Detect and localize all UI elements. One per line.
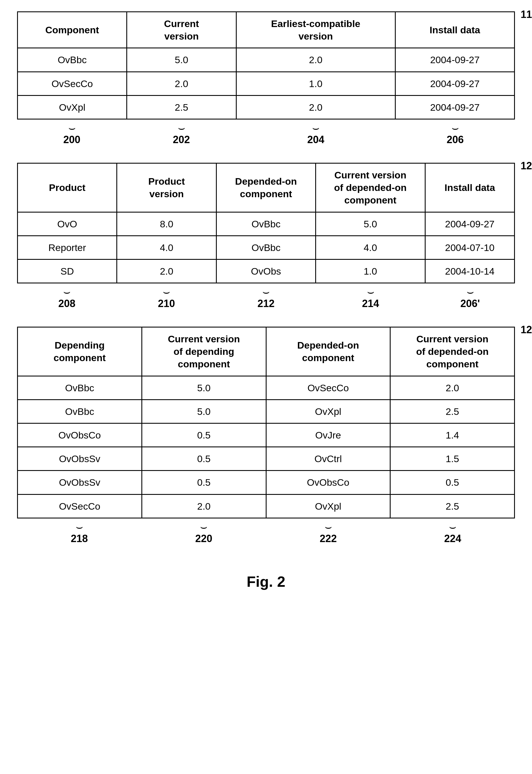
- cell-product-ver: 4.0: [117, 236, 216, 259]
- anno-212: ⌣ 212: [216, 286, 316, 310]
- cell-current-ver: 2.5: [127, 95, 236, 119]
- cell-cur-ver-depended2: 2.5: [390, 494, 515, 518]
- cell-depended-on: OvBbc: [216, 212, 316, 236]
- col-header-component: Component: [18, 12, 127, 48]
- cell-install-data: 2004-09-27: [395, 48, 514, 72]
- cell-depended-on2: OvSecCo: [266, 376, 390, 400]
- header-row-2: Product Productversion Depended-oncompon…: [18, 163, 515, 212]
- cell-install-data: 2004-09-27: [425, 212, 515, 236]
- col-header-product-version: Productversion: [117, 163, 216, 212]
- col-header-install-data: Install data: [395, 12, 514, 48]
- anno-200: ⌣ 200: [17, 122, 127, 146]
- cell-install-data: 2004-10-14: [425, 259, 515, 283]
- section-table3: 120 Dependingcomponent Current versionof…: [17, 327, 515, 545]
- table-116: Component Currentversion Earliest-compat…: [17, 11, 515, 120]
- cell-cur-ver-depended2: 2.0: [390, 376, 515, 400]
- section-table1: 116 Component Currentversion Earliest-co…: [17, 11, 515, 146]
- cell-product: Reporter: [18, 236, 117, 259]
- cell-earliest-ver: 2.0: [236, 95, 395, 119]
- table-row: OvO 8.0 OvBbc 5.0 2004-09-27: [18, 212, 515, 236]
- cell-cur-ver-depended2: 1.5: [390, 447, 515, 471]
- cell-earliest-ver: 1.0: [236, 72, 395, 95]
- annotations-row-3: ⌣ 218 ⌣ 220 ⌣ 222 ⌣ 224: [17, 521, 515, 545]
- table-row: OvSecCo 2.0 1.0 2004-09-27: [18, 72, 515, 95]
- cell-product: OvO: [18, 212, 117, 236]
- cell-current-ver: 2.0: [127, 72, 236, 95]
- cell-cur-ver-depended2: 1.4: [390, 423, 515, 447]
- anno-220: ⌣ 220: [142, 521, 266, 545]
- cell-current-ver-depended: 5.0: [316, 212, 425, 236]
- col-header-earliest-compatible: Earliest-compatibleversion: [236, 12, 395, 48]
- col-header-install-data2: Install data: [425, 163, 515, 212]
- cell-current-ver-depended: 4.0: [316, 236, 425, 259]
- table-row: OvObsSv 0.5 OvCtrl 1.5: [18, 447, 515, 471]
- cell-product: SD: [18, 259, 117, 283]
- cell-current-ver-depended: 1.0: [316, 259, 425, 283]
- table-row: OvBbc 5.0 OvSecCo 2.0: [18, 376, 515, 400]
- cell-cur-ver-depending: 0.5: [142, 471, 266, 494]
- header-row-1: Component Currentversion Earliest-compat…: [18, 12, 515, 48]
- cell-install-data: 2004-09-27: [395, 72, 514, 95]
- cell-install-data: 2004-09-27: [395, 95, 514, 119]
- col-header-product: Product: [18, 163, 117, 212]
- cell-current-ver: 5.0: [127, 48, 236, 72]
- table-row: Reporter 4.0 OvBbc 4.0 2004-07-10: [18, 236, 515, 259]
- col-header-depending-component: Dependingcomponent: [18, 327, 142, 376]
- anno-204: ⌣ 204: [236, 122, 395, 146]
- ref-116: 116: [521, 9, 532, 20]
- cell-install-data: 2004-07-10: [425, 236, 515, 259]
- table-120: Dependingcomponent Current versionof dep…: [17, 327, 515, 518]
- anno-214: ⌣ 214: [316, 286, 425, 310]
- cell-component: OvBbc: [18, 48, 127, 72]
- ref-120: 120: [521, 324, 532, 336]
- table-row: OvXpl 2.5 2.0 2004-09-27: [18, 95, 515, 119]
- table-row: OvBbc 5.0 2.0 2004-09-27: [18, 48, 515, 72]
- cell-depended-on2: OvCtrl: [266, 447, 390, 471]
- cell-depending: OvObsSv: [18, 447, 142, 471]
- cell-depended-on: OvObs: [216, 259, 316, 283]
- table-row: OvObsSv 0.5 OvObsCo 0.5: [18, 471, 515, 494]
- cell-cur-ver-depending: 5.0: [142, 376, 266, 400]
- anno-206prime: ⌣ 206': [425, 286, 515, 310]
- col-header-current-ver-depended-on2: Current versionof depended-oncomponent: [390, 327, 515, 376]
- cell-depending: OvObsSv: [18, 471, 142, 494]
- anno-206: ⌣ 206: [395, 122, 515, 146]
- table-row: OvBbc 5.0 OvXpl 2.5: [18, 400, 515, 423]
- anno-208: ⌣ 208: [17, 286, 117, 310]
- cell-depending: OvSecCo: [18, 494, 142, 518]
- cell-cur-ver-depended2: 0.5: [390, 471, 515, 494]
- cell-cur-ver-depending: 0.5: [142, 423, 266, 447]
- col-header-current-version-depended-on: Current versionof depended-oncomponent: [316, 163, 425, 212]
- annotations-row-1: ⌣ 200 ⌣ 202 ⌣ 204 ⌣ 206: [17, 122, 515, 146]
- col-header-current-version: Currentversion: [127, 12, 236, 48]
- col-header-depended-on-component: Depended-oncomponent: [216, 163, 316, 212]
- cell-product-ver: 8.0: [117, 212, 216, 236]
- table-row: OvSecCo 2.0 OvXpl 2.5: [18, 494, 515, 518]
- cell-depended-on2: OvXpl: [266, 400, 390, 423]
- cell-depended-on2: OvXpl: [266, 494, 390, 518]
- table-row: OvObsCo 0.5 OvJre 1.4: [18, 423, 515, 447]
- table-row: SD 2.0 OvObs 1.0 2004-10-14: [18, 259, 515, 283]
- table-128: Product Productversion Depended-oncompon…: [17, 163, 515, 283]
- anno-224: ⌣ 224: [391, 521, 515, 545]
- cell-depended-on2: OvJre: [266, 423, 390, 447]
- cell-earliest-ver: 2.0: [236, 48, 395, 72]
- cell-cur-ver-depending: 2.0: [142, 494, 266, 518]
- cell-component: OvSecCo: [18, 72, 127, 95]
- cell-depending: OvBbc: [18, 400, 142, 423]
- cell-cur-ver-depended2: 2.5: [390, 400, 515, 423]
- anno-210: ⌣ 210: [117, 286, 216, 310]
- cell-cur-ver-depending: 5.0: [142, 400, 266, 423]
- section-table2: 128 Product Productversion Depended-onco…: [17, 163, 515, 310]
- cell-depending: OvObsCo: [18, 423, 142, 447]
- col-header-current-ver-depending: Current versionof dependingcomponent: [142, 327, 266, 376]
- header-row-3: Dependingcomponent Current versionof dep…: [18, 327, 515, 376]
- cell-component: OvXpl: [18, 95, 127, 119]
- annotations-row-2: ⌣ 208 ⌣ 210 ⌣ 212 ⌣ 214 ⌣ 206': [17, 286, 515, 310]
- cell-depended-on: OvBbc: [216, 236, 316, 259]
- cell-product-ver: 2.0: [117, 259, 216, 283]
- ref-128: 128: [521, 160, 532, 172]
- cell-depended-on2: OvObsCo: [266, 471, 390, 494]
- cell-depending: OvBbc: [18, 376, 142, 400]
- col-header-depended-on-component2: Depended-oncomponent: [266, 327, 390, 376]
